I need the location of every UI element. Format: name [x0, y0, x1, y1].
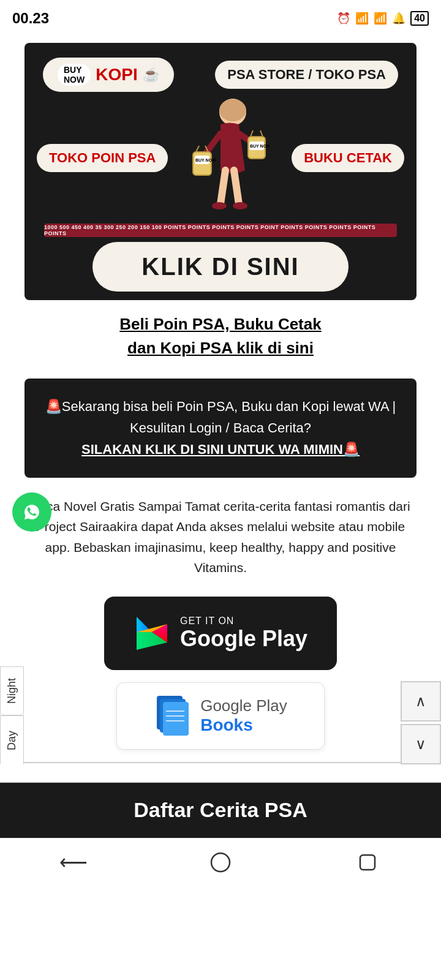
klik-di-sini-button[interactable]: KLIK DI SINI [92, 242, 348, 292]
psa-store-label: PSA STORE / TOKO PSA [215, 61, 398, 89]
back-icon: ⟵ [59, 851, 88, 874]
kopi-icon: ☕ [143, 67, 159, 83]
shopper-svg: BUY NOW BUY NOW [190, 97, 270, 219]
home-button[interactable] [202, 844, 239, 881]
google-play-books-button[interactable]: Google Play Books [116, 682, 325, 750]
description-text: Baca Novel Gratis Sampai Tamat cerita-ce… [24, 496, 417, 578]
navigation-bar: ⟵ [0, 838, 441, 887]
scroll-up-button[interactable]: ∧ [401, 681, 441, 722]
wa-mimin-link[interactable]: SILAKAN KLIK DI SINI UNTUK WA MIMIN🚨 [81, 442, 360, 457]
bottom-bar-title: Daftar Cerita PSA [134, 798, 307, 822]
kopi-label: KOPI [96, 65, 137, 85]
divider-top [0, 762, 441, 763]
svg-text:BUY NOW: BUY NOW [250, 144, 270, 148]
status-bar: 00.23 ⏰ 📶 📶 🔔 40 [0, 0, 441, 37]
svg-point-13 [233, 202, 247, 209]
buku-cetak-label: BUKU CETAK [292, 144, 404, 172]
day-label[interactable]: Day [0, 715, 24, 764]
status-icons: ⏰ 📶 📶 🔔 40 [337, 11, 429, 26]
toko-poin-label: TOKO POIN PSA [37, 144, 168, 172]
svg-point-1 [219, 99, 246, 121]
dark-box-main-text: 🚨Sekarang bisa beli Poin PSA, Buku dan K… [45, 399, 396, 435]
svg-rect-24 [163, 702, 189, 736]
google-play-books-icon [154, 693, 190, 739]
svg-line-9 [260, 130, 263, 137]
battery-indicator: 40 [410, 11, 429, 26]
points-row: 1000 500 450 400 35 300 250 200 150 100 … [44, 224, 397, 237]
back-button[interactable]: ⟵ [55, 844, 92, 881]
banner-middle-row: TOKO POIN PSA [24, 97, 417, 219]
gp-books-google: Google Play [200, 696, 287, 715]
google-play-button[interactable]: GET IT ON Google Play [104, 597, 337, 670]
alarm-icon: ⏰ [337, 12, 350, 25]
side-labels: Night Day [0, 666, 24, 764]
google-play-books-text: Google Play Books [200, 696, 287, 735]
status-time: 00.23 [12, 10, 49, 27]
psa-store-banner[interactable]: BUYNOW KOPI ☕ PSA STORE / TOKO PSA TOKO … [24, 43, 417, 300]
google-play-icon [134, 615, 170, 652]
shopping-figure: BUY NOW BUY NOW [187, 97, 273, 219]
signal-icon: 📶 [374, 12, 387, 25]
main-content: BUYNOW KOPI ☕ PSA STORE / TOKO PSA TOKO … [0, 43, 441, 750]
night-label[interactable]: Night [0, 666, 24, 715]
whatsapp-icon [20, 500, 44, 524]
dark-info-box: 🚨Sekarang bisa beli Poin PSA, Buku dan K… [24, 379, 417, 478]
recent-button[interactable] [349, 844, 386, 881]
svg-line-11 [234, 170, 239, 204]
whatsapp-float-button[interactable] [12, 492, 51, 532]
banner-kopi: BUYNOW KOPI ☕ [43, 58, 174, 92]
svg-line-10 [221, 170, 225, 204]
svg-text:BUY NOW: BUY NOW [195, 158, 216, 162]
google-play-label: Google Play [180, 627, 307, 651]
wifi-icon: 📶 [355, 12, 369, 25]
get-it-on-text: GET IT ON [180, 616, 234, 627]
svg-line-8 [251, 130, 253, 137]
svg-point-29 [211, 853, 230, 872]
svg-point-12 [212, 202, 227, 209]
alert-icon: 🔔 [392, 12, 405, 25]
psa-link-text[interactable]: Beli Poin PSA, Buku Cetak dan Kopi PSA k… [24, 312, 417, 360]
scroll-down-button[interactable]: ∨ [401, 724, 441, 764]
gp-books-books: Books [200, 715, 253, 735]
home-icon [210, 852, 231, 873]
google-play-text: GET IT ON Google Play [180, 616, 307, 651]
svg-line-5 [196, 146, 199, 152]
bottom-bar: Daftar Cerita PSA [0, 783, 441, 838]
recent-icon [358, 853, 377, 872]
buy-now-tag-kopi: BUYNOW [58, 64, 91, 86]
banner-top-row: BUYNOW KOPI ☕ PSA STORE / TOKO PSA [24, 45, 417, 92]
scroll-controls[interactable]: ∧ ∨ [401, 681, 441, 764]
svg-rect-30 [360, 855, 375, 870]
